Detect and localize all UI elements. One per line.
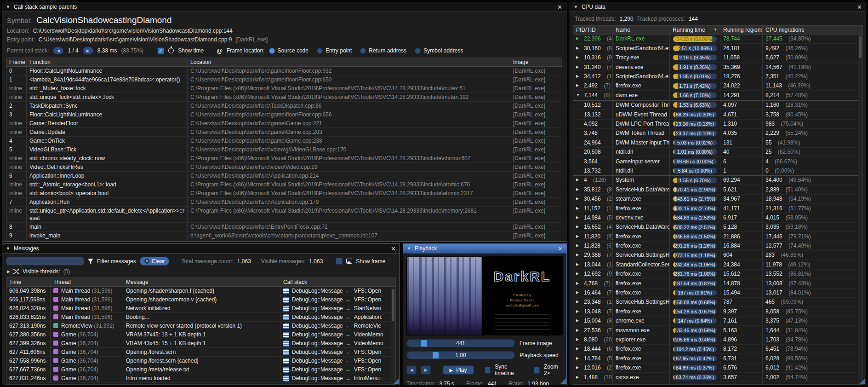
col-frame[interactable]: Frame bbox=[6, 58, 27, 66]
process-row[interactable]: ▶15,652 (43) ServiceHub.DataWarehou 580.… bbox=[573, 223, 862, 232]
callstack-titlebar[interactable]: ▼ Call stack sample parents ✕ bbox=[2, 2, 566, 12]
playback-speed-slider[interactable]: 1.00 bbox=[406, 351, 515, 359]
process-row[interactable]: ▶13,044 (10) StandardCollector.Servic 24… bbox=[573, 260, 862, 269]
close-icon[interactable]: ✕ bbox=[557, 4, 562, 10]
process-row[interactable]: ▶10,316 (9) Tracy.exe 2.18 s (9.45%) 11,… bbox=[573, 53, 862, 63]
pid-cell[interactable]: 13,732 bbox=[573, 166, 613, 175]
expand-icon[interactable]: ▶ bbox=[576, 35, 582, 43]
callstack-row[interactable]: 2 TaskDispatch::Sync C:\Users\wolf\Deskt… bbox=[6, 102, 562, 110]
function-cell[interactable]: std::_Atomic_storage<bool,1>::load bbox=[27, 180, 188, 189]
process-row[interactable]: ▶2,492 (7) firefox.exe 1.71 s (7.42%) 24… bbox=[573, 81, 862, 91]
callstack-list-icon[interactable] bbox=[283, 375, 289, 381]
pid-cell[interactable]: ▶11,820 (9) bbox=[573, 232, 613, 241]
col-name[interactable]: Name bbox=[613, 26, 670, 34]
callstack-cell[interactable]: DebugLog::Message ← VideoMemo bbox=[280, 339, 395, 347]
expand-icon[interactable]: ▶ bbox=[576, 307, 582, 316]
resize-grip[interactable] bbox=[859, 378, 865, 384]
process-row[interactable]: ▶8,080 (20) explorer.exe 105.66 ms (0.46… bbox=[573, 335, 862, 345]
callstack-row[interactable]: 6 Application::InnerLoop C:\Users\wolf\D… bbox=[6, 172, 562, 180]
pid-cell[interactable]: ▶30,456 (25) bbox=[573, 195, 613, 203]
process-row[interactable]: ▶11,828 (6) firefox.exe 291.26 ms (1.26%… bbox=[573, 242, 862, 251]
callstack-row[interactable]: inline std::unique_lock<std::mutex>::loc… bbox=[6, 93, 562, 102]
expand-icon[interactable]: ▶ bbox=[576, 373, 582, 381]
process-row[interactable]: ▼7,144 (8) dwm.exe 1.66 s (7.18%) 14,291… bbox=[573, 91, 862, 100]
pid-cell[interactable]: ▶14,984 (50) bbox=[573, 213, 613, 222]
scrollbar-thumb[interactable] bbox=[392, 289, 394, 321]
expand-icon[interactable]: ▶ bbox=[576, 185, 582, 194]
function-cell[interactable]: Floor::CalcLightNoLuminance bbox=[27, 110, 188, 119]
pid-cell[interactable]: ▶23,348 (106) bbox=[573, 298, 613, 306]
resize-grip[interactable] bbox=[560, 378, 566, 384]
frame-location-radio[interactable]: Entry point bbox=[317, 47, 352, 54]
pid-cell[interactable]: ▶10,316 (9) bbox=[573, 53, 613, 62]
expand-icon[interactable]: ▶ bbox=[576, 364, 582, 372]
frame-location-radio[interactable]: Return address bbox=[360, 47, 406, 54]
col-running-regions[interactable]: Running regions bbox=[720, 26, 763, 34]
playback-titlebar[interactable]: ▼ Playback ✕ bbox=[403, 244, 566, 254]
pid-cell[interactable]: 24,964 bbox=[573, 138, 613, 147]
col-function[interactable]: Function bbox=[27, 58, 188, 66]
frame-location-radio[interactable]: Symbol address bbox=[415, 47, 463, 54]
message-row[interactable]: 606,117,568ns Main thread (31,596) Openi… bbox=[6, 295, 395, 304]
scrollbar-thumb[interactable] bbox=[859, 36, 862, 58]
process-row[interactable]: 10,512 DWM Compositor Thread 1.53 s (6.6… bbox=[573, 100, 862, 110]
process-row[interactable]: ▶11,152 (12) firefox.exe 632.15 ms (2.74… bbox=[573, 204, 862, 213]
callstack-cell[interactable]: DebugLog::Message ← VFS::Open bbox=[280, 357, 395, 365]
pid-cell[interactable]: ▶14,784 (5) bbox=[573, 354, 613, 363]
pid-cell[interactable]: ▶13,044 (10) bbox=[573, 260, 613, 269]
expand-icon[interactable]: ▶ bbox=[576, 382, 582, 385]
col-time[interactable]: Time bbox=[6, 278, 51, 286]
message-row[interactable]: 606,049,398ns Main thread (31,596) Openi… bbox=[6, 287, 395, 295]
expand-icon[interactable]: ▶ bbox=[576, 53, 582, 62]
frame-image-slider[interactable]: 441 bbox=[406, 339, 515, 347]
message-row[interactable]: 627,831,246ns Game (36,704) Intro menu l… bbox=[6, 374, 395, 383]
collapse-icon[interactable]: ▼ bbox=[407, 246, 411, 251]
message-row[interactable]: 627,313,190ns RemoteView (31,392) Remote… bbox=[6, 322, 395, 330]
expand-icon[interactable]: ▶ bbox=[576, 298, 582, 306]
expand-icon[interactable]: ▶ bbox=[576, 44, 582, 52]
process-row[interactable]: 20,508 ntdll.dll 1.01 ms (0.00%) 40 25 (… bbox=[573, 148, 862, 157]
radio-icon[interactable] bbox=[269, 48, 275, 54]
pid-cell[interactable]: ▶30,160 (84) bbox=[573, 44, 613, 52]
pid-cell[interactable]: 3,564 bbox=[573, 157, 613, 166]
callstack-row[interactable]: inline std::_Atomic_storage<bool,1>::loa… bbox=[6, 180, 562, 189]
callstack-row[interactable]: 5 VideoGLBase::Tick C:\Users\wolf\Deskto… bbox=[6, 145, 562, 154]
messages-titlebar[interactable]: ▼ Messages ✕ bbox=[2, 244, 400, 254]
expand-icon[interactable]: ▶ bbox=[576, 345, 582, 353]
pid-cell[interactable]: 4,092 bbox=[573, 120, 613, 128]
process-row[interactable]: 24,964 DWM Master Input Threa 5.03 ms (0… bbox=[573, 138, 862, 147]
pid-cell[interactable]: ▶13,048 (7) bbox=[573, 307, 613, 316]
function-cell[interactable]: std::chrono::steady_clock::now bbox=[27, 154, 188, 162]
next-stack-button[interactable]: ▶ bbox=[83, 47, 93, 54]
expand-icon[interactable]: ▶ bbox=[576, 72, 582, 81]
step-forward-button[interactable]: ▶ bbox=[421, 365, 431, 375]
callstack-row[interactable]: inline std::chrono::steady_clock::now C:… bbox=[6, 154, 562, 163]
function-cell[interactable]: Video::GetTicksHiRes bbox=[27, 163, 188, 171]
callstack-cell[interactable]: DebugLog::Message ← VFS::Open bbox=[280, 365, 395, 374]
process-row[interactable]: ▶13,048 (7) firefox.exe 154.28 ms (0.67%… bbox=[573, 307, 862, 316]
pid-cell[interactable]: ▶11,152 (12) bbox=[573, 204, 613, 213]
pid-cell[interactable]: ▶34,412 (18) bbox=[573, 72, 613, 81]
function-cell[interactable]: Game::RenderFloor bbox=[27, 119, 188, 127]
process-row[interactable]: ▶31,340 (75) devenv.exe 1.91 s (8.26%) 3… bbox=[573, 63, 862, 72]
process-row[interactable]: ▶14,984 (50) devenv.exe 584.69 ms (2.53%… bbox=[573, 213, 862, 222]
expand-icon[interactable]: ▶ bbox=[576, 242, 582, 250]
callstack-list-icon[interactable] bbox=[283, 358, 289, 364]
pid-cell[interactable]: ▶31,340 (75) bbox=[573, 63, 613, 71]
callstack-cell[interactable]: DebugLog::Message ← VFS::Open bbox=[280, 295, 395, 304]
callstack-list-icon[interactable] bbox=[283, 332, 289, 338]
message-row[interactable]: 627,399,326ns Game (36,704) VRAM 43x45: … bbox=[6, 339, 395, 348]
pid-cell[interactable]: ▼7,144 (8) bbox=[573, 91, 613, 99]
col-cpu-migrations[interactable]: CPU migrations bbox=[763, 26, 862, 34]
step-back-button[interactable]: ◀ bbox=[406, 365, 417, 375]
expand-icon[interactable]: ▶ bbox=[576, 270, 582, 278]
col-image[interactable]: Image bbox=[510, 58, 562, 66]
pid-cell[interactable]: 20,508 bbox=[573, 148, 613, 156]
callstack-row[interactable]: inline std::unique_ptr<Application,std::… bbox=[6, 207, 562, 223]
expand-icon[interactable]: ▶ bbox=[576, 260, 582, 269]
expand-icon[interactable]: ▶ bbox=[576, 289, 582, 297]
expand-icon[interactable]: ▶ bbox=[576, 326, 582, 335]
callstack-row[interactable]: 3 Floor::CalcLightNoLuminance C:\Users\w… bbox=[6, 110, 562, 119]
process-row[interactable]: ▶14,784 (5) firefox.exe 97.95 ms (0.42%)… bbox=[573, 354, 862, 363]
expand-icon[interactable]: ▶ bbox=[576, 204, 582, 213]
